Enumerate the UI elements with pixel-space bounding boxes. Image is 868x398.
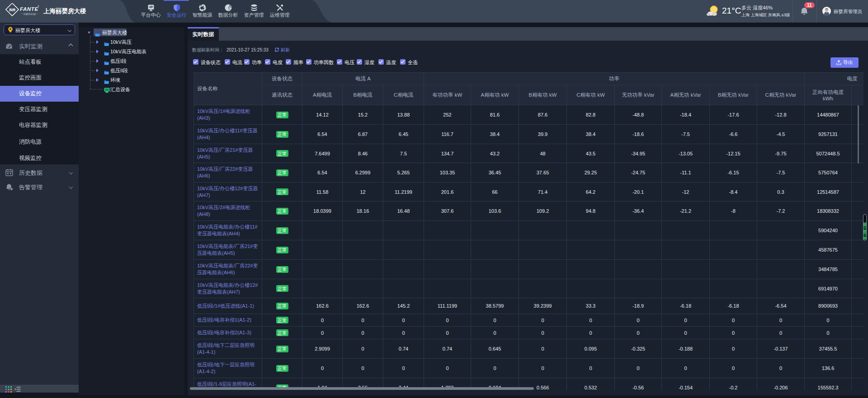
svg-text:一专极而未知/一: 一专极而未知/一: [20, 13, 39, 15]
svg-text:FANTE: FANTE: [20, 6, 38, 12]
svg-text:®: ®: [38, 5, 39, 8]
svg-text:风特: 风特: [9, 8, 15, 12]
